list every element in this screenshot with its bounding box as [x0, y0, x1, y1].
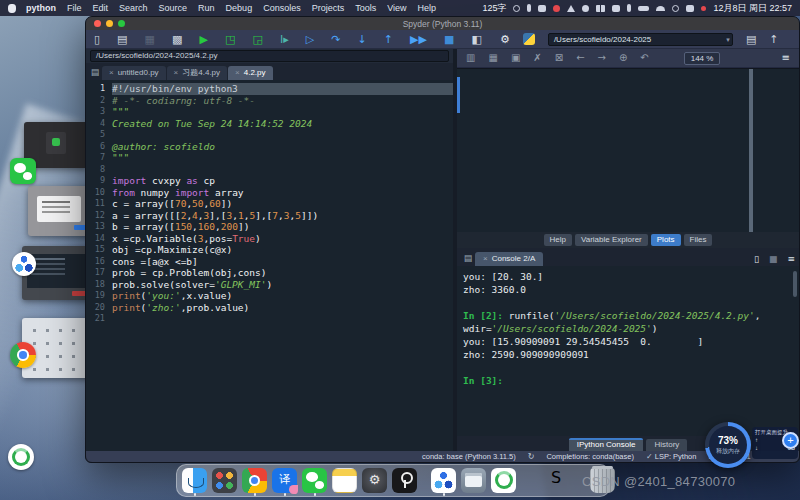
inspect-environment-icon[interactable]: ▯ [754, 255, 759, 264]
console-tab[interactable]: × Console 2/A [475, 252, 543, 266]
dock-item-nutstore[interactable] [431, 466, 456, 496]
bluetooth-icon[interactable] [627, 4, 631, 12]
plots-thumbnail-splitter[interactable] [749, 69, 753, 232]
status-dot-icon[interactable] [701, 6, 706, 11]
close-tab-icon[interactable]: × [109, 68, 114, 77]
debug-icon[interactable]: ▷ [306, 34, 314, 45]
plot-zoom-level[interactable]: 144 % [684, 52, 721, 65]
dock-item-launchpad[interactable] [212, 466, 237, 496]
add-widget-button[interactable]: + [782, 432, 799, 449]
close-tab-icon[interactable]: × [174, 68, 179, 77]
parent-dir-icon[interactable]: ↑ [769, 34, 778, 45]
menu-item-source[interactable]: Source [159, 3, 188, 13]
step-into-icon[interactable]: ↓ [357, 34, 366, 45]
menu-item-run[interactable]: Run [198, 3, 215, 13]
stop-debug-icon[interactable]: ■ [444, 34, 454, 45]
zoom-in-icon[interactable]: ⊕ [619, 53, 627, 63]
editor-tab-习题4.4.py[interactable]: ×习题4.4.py [167, 66, 227, 80]
editor-tab-untitled0.py[interactable]: ×untitled0.py [102, 66, 166, 80]
menu-item-edit[interactable]: Edit [93, 3, 109, 13]
close-console-tab-icon[interactable]: × [483, 254, 488, 263]
panel-tab-variable-explorer[interactable]: Variable Explorer [575, 234, 648, 246]
step-over-icon[interactable]: ↷ [331, 34, 340, 45]
browse-console-tabs-icon[interactable]: ▤ [461, 251, 475, 266]
preferences-wrench-icon[interactable]: ⚙ [500, 34, 510, 45]
dock-item-notes[interactable] [332, 466, 357, 496]
remove-all-plots-icon[interactable]: ⊠ [555, 53, 563, 63]
dock-item-wechat[interactable] [302, 466, 327, 496]
dock-item-finder[interactable] [182, 466, 207, 496]
completions-status[interactable]: Completions: conda(base) [546, 452, 634, 461]
dock-item-preview[interactable] [461, 466, 486, 496]
paw-icon[interactable] [582, 5, 589, 12]
menu-item-help[interactable]: Help [418, 3, 437, 13]
menu-item-file[interactable]: File [67, 3, 82, 13]
dictation-mic-icon[interactable] [527, 4, 531, 12]
menu-item-tools[interactable]: Tools [355, 3, 376, 13]
dock-item-passwords[interactable] [392, 466, 417, 496]
memory-gauge-widget[interactable]: 73% 释放内存 [705, 422, 751, 468]
copy-plot-icon[interactable]: ▣ [511, 53, 520, 63]
open-file-icon[interactable]: ▤ [117, 34, 127, 45]
run-cell-icon[interactable]: ◳ [225, 34, 235, 45]
search-icon[interactable] [672, 5, 679, 12]
next-plot-icon[interactable]: → [598, 53, 606, 63]
menu-item-view[interactable]: View [387, 3, 406, 13]
file-breadcrumb[interactable]: /Users/scofieldo/2024-2025/4.2.py [90, 50, 449, 62]
dock-item-s-app[interactable]: S [551, 466, 576, 496]
run-selection-icon[interactable]: I▸ [280, 34, 289, 45]
dock-item-translate[interactable]: 译 [272, 466, 297, 496]
ipython-console[interactable]: you: [20. 30.]zho: 3360.0In [2]: runfile… [457, 266, 799, 437]
menu-item-debug[interactable]: Debug [226, 3, 253, 13]
dock-item-green-ring[interactable] [491, 466, 516, 496]
conda-env-status[interactable]: conda: base (Python 3.11.5) [422, 452, 516, 461]
close-tab-icon[interactable]: × [235, 68, 240, 77]
bottom-tab-history[interactable]: History [646, 439, 687, 451]
apple-menu-icon[interactable] [8, 4, 16, 13]
bottom-tab-ipython-console[interactable]: IPython Console [569, 438, 644, 451]
menu-item-search[interactable]: Search [119, 3, 148, 13]
shapes-icon[interactable] [567, 5, 575, 12]
browse-tabs-icon[interactable]: ▤ [88, 65, 102, 80]
run-cell-advance-icon[interactable]: ◲ [252, 34, 262, 45]
run-icon[interactable]: ▶ [199, 34, 207, 45]
save-plot-icon[interactable]: ▥ [466, 53, 475, 63]
new-file-icon[interactable]: ▯ [94, 34, 100, 45]
screenshot-icon[interactable] [612, 5, 620, 12]
battery-icon[interactable] [638, 6, 649, 11]
previous-plot-icon[interactable]: ← [576, 53, 584, 63]
plots-canvas[interactable] [457, 68, 799, 232]
interrupt-kernel-icon[interactable]: ■ [769, 255, 778, 264]
undo-icon[interactable]: ↶ [640, 53, 648, 63]
working-directory-select[interactable]: /Users/scofieldo/2024-2025 [548, 33, 733, 46]
panel-tab-help[interactable]: Help [544, 234, 572, 246]
wifi-icon[interactable] [656, 6, 665, 11]
camera-icon[interactable] [513, 5, 520, 12]
menu-clock[interactable]: 12月8日 周日 22:57 [713, 2, 792, 15]
chrome-icon[interactable] [10, 342, 36, 368]
panel-tab-files[interactable]: Files [684, 234, 713, 246]
lsp-status[interactable]: LSP: Python [655, 452, 697, 461]
save-icon[interactable]: ▦ [145, 34, 155, 45]
green-ring-icon[interactable] [8, 444, 34, 470]
menu-item-projects[interactable]: Projects [312, 3, 345, 13]
window-thumbnail-editor[interactable] [22, 246, 94, 300]
display-icon[interactable] [686, 5, 694, 12]
open-working-dir-icon[interactable]: ▤ [746, 34, 756, 45]
code-editor[interactable]: 1#!/usr/bin/env python32# -*- codiarng: … [86, 80, 453, 451]
keyboard-icon[interactable] [538, 5, 546, 12]
plots-options-menu-icon[interactable]: ≡ [782, 53, 790, 63]
nutstore-icon[interactable] [12, 252, 36, 276]
screen-recording-icon[interactable] [553, 5, 560, 12]
input-method-indicator[interactable]: 125字 [482, 2, 506, 15]
window-manager-icon[interactable] [596, 5, 605, 12]
continue-execution-icon[interactable]: ▶▶ [410, 34, 427, 45]
console-options-icon[interactable]: ≡ [787, 255, 795, 264]
panel-tab-plots[interactable]: Plots [651, 234, 681, 246]
dock-item-chrome[interactable] [242, 466, 267, 496]
step-out-icon[interactable]: ↑ [384, 34, 393, 45]
dock-item-red-apple[interactable] [521, 466, 546, 496]
editor-tab-4.2.py[interactable]: ×4.2.py [228, 66, 272, 80]
plots-scrollbar[interactable] [457, 77, 460, 113]
save-all-icon[interactable]: ▩ [172, 34, 182, 45]
